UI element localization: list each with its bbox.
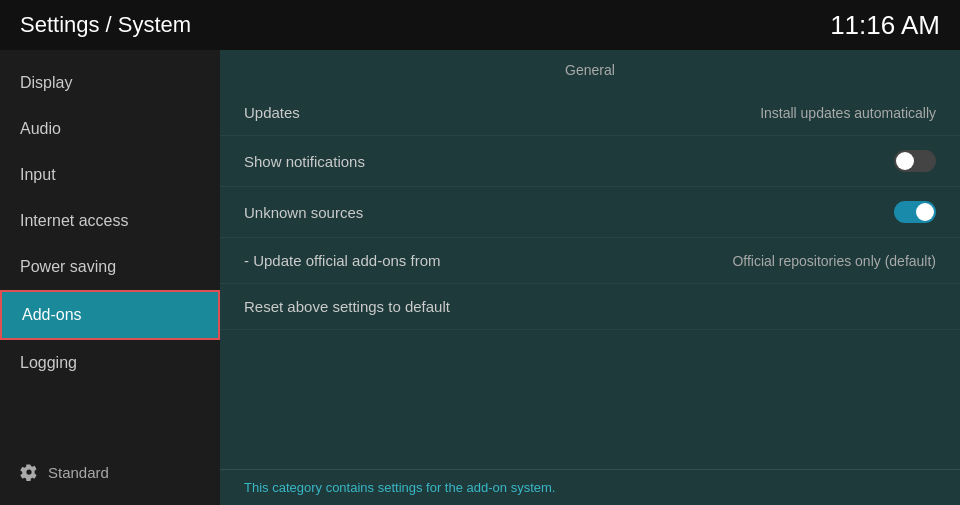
updates-value: Install updates automatically [760,105,936,121]
sidebar-item-audio[interactable]: Audio [0,106,220,152]
sidebar-item-display[interactable]: Display [0,60,220,106]
sidebar-item-logging[interactable]: Logging [0,340,220,386]
standard-label: Standard [48,464,109,481]
page-title: Settings / System [20,12,191,38]
status-text: This category contains settings for the … [244,480,555,495]
clock: 11:16 AM [830,10,940,41]
update-addons-value: Official repositories only (default) [732,253,936,269]
sidebar: Display Audio Input Internet access Powe… [0,50,220,505]
toggle-knob-2 [916,203,934,221]
sidebar-bottom: Standard [0,449,220,495]
content-area: General Updates Install updates automati… [220,50,960,505]
status-bar: This category contains settings for the … [220,469,960,505]
unknown-sources-label: Unknown sources [244,204,363,221]
sidebar-item-power-saving[interactable]: Power saving [0,244,220,290]
updates-label: Updates [244,104,300,121]
row-updates[interactable]: Updates Install updates automatically [220,90,960,136]
sidebar-item-internet-access[interactable]: Internet access [0,198,220,244]
toggle-knob [896,152,914,170]
gear-icon [20,463,38,481]
sidebar-item-input[interactable]: Input [0,152,220,198]
main-layout: Display Audio Input Internet access Powe… [0,50,960,505]
update-addons-label: - Update official add-ons from [244,252,441,269]
row-unknown-sources[interactable]: Unknown sources [220,187,960,238]
show-notifications-label: Show notifications [244,153,365,170]
settings-list: General Updates Install updates automati… [220,50,960,469]
sidebar-item-add-ons[interactable]: Add-ons [0,290,220,340]
section-general: General [220,50,960,90]
show-notifications-toggle[interactable] [894,150,936,172]
row-show-notifications[interactable]: Show notifications [220,136,960,187]
row-update-addons[interactable]: - Update official add-ons from Official … [220,238,960,284]
unknown-sources-toggle[interactable] [894,201,936,223]
reset-settings-label: Reset above settings to default [244,298,450,315]
row-reset-settings[interactable]: Reset above settings to default [220,284,960,330]
app-header: Settings / System 11:16 AM [0,0,960,50]
